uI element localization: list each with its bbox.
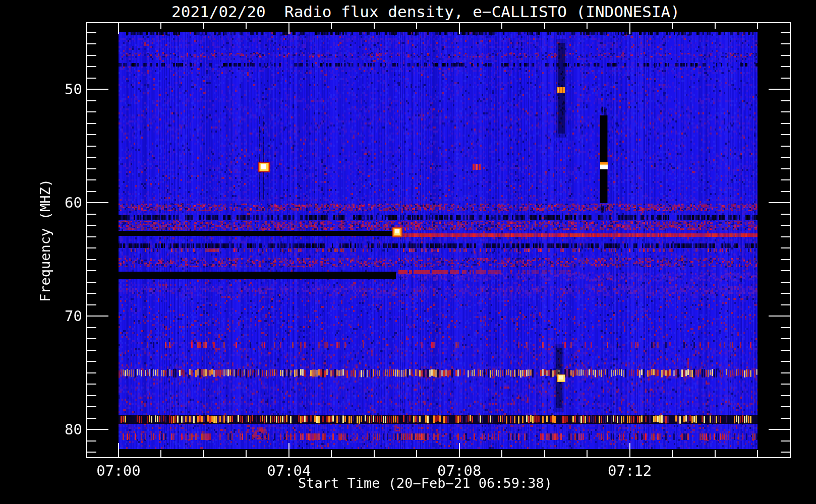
y-tick-label: 50 — [20, 81, 82, 97]
x-tick-label: 07:08 — [424, 463, 495, 478]
x-tick-label: 07:12 — [595, 463, 665, 478]
y-tick-label: 80 — [20, 421, 82, 437]
y-tick-label: 60 — [20, 195, 82, 211]
x-tick-label: 07:04 — [254, 463, 324, 478]
axes-frame-ticks-canvas — [0, 0, 816, 504]
x-tick-label: 07:00 — [83, 463, 154, 478]
spectrogram-page: 2021/02/20 Radio flux density, e−CALLIST… — [0, 0, 816, 504]
y-tick-label: 70 — [20, 308, 82, 324]
